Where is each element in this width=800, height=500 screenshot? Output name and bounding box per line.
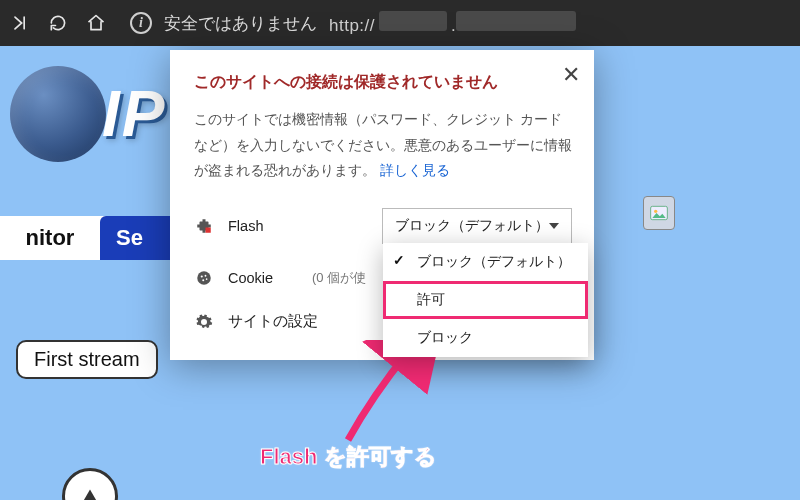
cookie-icon [194,268,214,288]
svg-point-3 [197,271,211,285]
popup-title: このサイトへの接続は保護されていません [194,72,572,93]
globe-icon [10,66,106,162]
reload-icon[interactable] [48,13,68,33]
flash-permission-select[interactable]: ブロック（デフォルト） ブロック（デフォルト） 許可 ブロック [382,208,572,244]
svg-point-5 [205,275,207,277]
gear-icon [194,312,214,332]
svg-rect-2 [206,227,211,232]
option-block[interactable]: ブロック [383,319,588,357]
cookie-label: Cookie [228,270,298,286]
site-logo: IP [10,66,166,162]
permission-row-flash: Flash ブロック（デフォルト） ブロック（デフォルト） 許可 ブロック [194,208,572,244]
chevron-down-icon [549,223,559,229]
browser-toolbar: i 安全ではありません http://. [0,0,800,46]
svg-point-1 [654,210,657,213]
learn-more-link[interactable]: 詳しく見る [380,163,450,178]
svg-point-7 [206,278,208,280]
cookie-count-sub: (0 個が使 [312,269,366,287]
first-stream-button[interactable]: First stream [16,340,158,379]
dpad-up-button[interactable] [62,468,118,500]
flash-permission-dropdown: ブロック（デフォルト） 許可 ブロック [383,243,588,357]
option-block-default[interactable]: ブロック（デフォルト） [383,243,588,281]
close-icon[interactable]: ✕ [562,62,580,88]
site-info-icon[interactable]: i [130,12,152,34]
site-info-popup: ✕ このサイトへの接続は保護されていません このサイトでは機密情報（パスワード、… [170,50,594,360]
annotation-text: Flash を許可する [260,442,437,472]
popup-body: このサイトでは機密情報（パスワード、クレジット カードなど）を入力しないでくださ… [194,107,572,184]
home-icon[interactable] [86,13,106,33]
svg-point-4 [201,275,203,277]
not-secure-label: 安全ではありません [164,12,317,35]
flash-label: Flash [228,218,298,234]
url-text: http://. [329,11,576,36]
logo-text: IP [102,77,166,151]
url-bar[interactable]: i 安全ではありません http://. [124,11,790,36]
picture-icon[interactable] [643,196,675,230]
option-allow[interactable]: 許可 [383,281,588,319]
flash-selected-value: ブロック（デフォルト） [395,217,549,235]
svg-point-6 [202,279,204,281]
tab-monitor[interactable]: nitor [0,216,100,260]
skip-icon[interactable] [10,13,30,33]
plugin-icon [194,216,214,236]
